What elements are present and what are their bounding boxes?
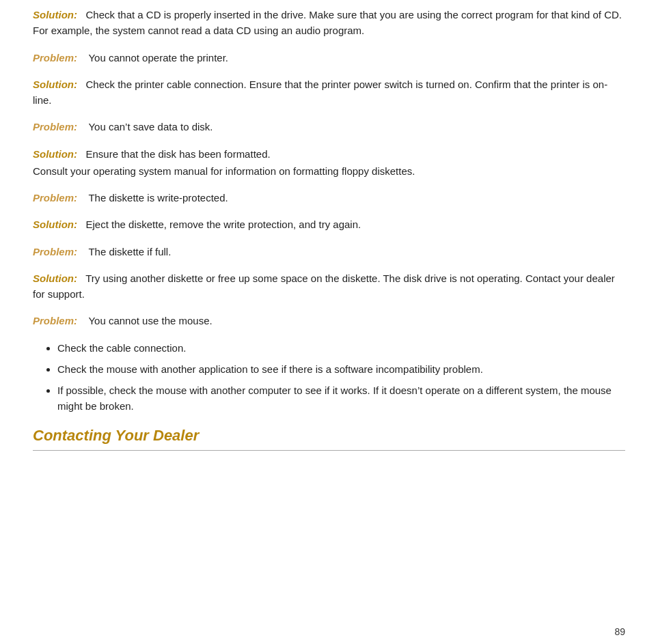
solution-3-text-2: Consult your operating system manual for… [33, 163, 625, 179]
problem-3-text: You can’t save data to disk. [80, 121, 213, 132]
problem-6-label: Problem: [33, 315, 77, 326]
solution-5-label: Solution: [33, 272, 77, 284]
problem-5-label: Problem: [33, 246, 77, 257]
solution-2-label: Solution: [33, 79, 77, 90]
entry-solution-2: Solution: Check the printer cable connec… [33, 76, 625, 109]
solution-1-label: Solution: [33, 9, 77, 20]
solution-4-text: Eject the diskette, remove the write pro… [80, 219, 361, 230]
problem-6-text: You cannot use the mouse. [80, 315, 212, 326]
entry-solution-4: Solution: Eject the diskette, remove the… [33, 216, 625, 232]
list-item: Check the mouse with another application… [57, 361, 625, 377]
problem-2-row: Problem: You cannot operate the printer. [33, 50, 625, 66]
problem-2-label: Problem: [33, 52, 77, 64]
solution-4-label: Solution: [33, 219, 77, 230]
mouse-bullet-list: Check the cable connection. Check the mo… [57, 340, 625, 415]
problem-5-row: Problem: The diskette if full. [33, 244, 625, 260]
entry-problem-4: Problem: The diskette is write-protected… [33, 190, 625, 206]
page-number: 89 [614, 626, 625, 637]
entry-solution-5: Solution: Try using another diskette or … [33, 270, 625, 303]
problem-3-row: Problem: You can’t save data to disk. [33, 119, 625, 135]
entry-problem-6: Problem: You cannot use the mouse. [33, 313, 625, 328]
list-item: Check the cable connection. [57, 340, 625, 356]
solution-2-row: Solution: Check the printer cable connec… [33, 76, 625, 109]
section-heading: Contacting Your Dealer [33, 427, 625, 445]
solution-4-row: Solution: Eject the diskette, remove the… [33, 216, 625, 232]
problem-2-text: You cannot operate the printer. [80, 52, 228, 64]
solution-2-text: Check the printer cable connection. Ensu… [33, 79, 607, 106]
entry-problem-5: Problem: The diskette if full. [33, 244, 625, 260]
problem-3-label: Problem: [33, 121, 77, 132]
problem-6-row: Problem: You cannot use the mouse. [33, 313, 625, 328]
entry-problem-3: Problem: You can’t save data to disk. [33, 119, 625, 135]
solution-1-text: Check that a CD is properly inserted in … [33, 9, 622, 36]
problem-4-label: Problem: [33, 192, 77, 204]
solution-3-row: Solution: Ensure that the disk has been … [33, 146, 625, 162]
entry-solution-1: Solution: Check that a CD is properly in… [33, 7, 625, 39]
page-divider [33, 450, 625, 451]
problem-5-text: The diskette if full. [80, 246, 171, 257]
entry-solution-3: Solution: Ensure that the disk has been … [33, 146, 625, 180]
solution-3-label: Solution: [33, 148, 77, 160]
page-content: Solution: Check that a CD is properly in… [0, 0, 658, 481]
solution-3-text: Ensure that the disk has been formatted. [80, 148, 271, 160]
solution-1-row: Solution: Check that a CD is properly in… [33, 7, 625, 39]
entry-problem-2: Problem: You cannot operate the printer. [33, 50, 625, 66]
solution-5-row: Solution: Try using another diskette or … [33, 270, 625, 303]
problem-4-row: Problem: The diskette is write-protected… [33, 190, 625, 206]
problem-4-text: The diskette is write-protected. [80, 192, 228, 204]
solution-5-text: Try using another diskette or free up so… [33, 272, 615, 300]
list-item: If possible, check the mouse with anothe… [57, 382, 625, 415]
